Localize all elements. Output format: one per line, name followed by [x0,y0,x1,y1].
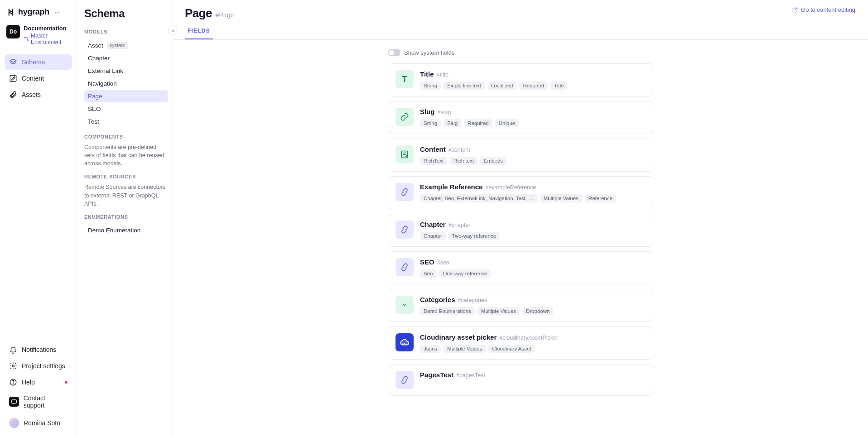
section-label-remote: Remote Sources [84,174,168,179]
model-item[interactable]: Assetsystem [84,39,168,52]
model-item[interactable]: Page [84,90,168,102]
models-list: AssetsystemChapterExternal LinkNavigatio… [84,39,168,128]
sidebar-item-help[interactable]: Help [5,375,72,390]
sidebar-item-project-settings[interactable]: Project settings [5,358,72,374]
sidebar-item-label: Contact support [24,394,68,409]
field-type-icon [395,333,414,351]
field-card[interactable]: PagesTest#pagesTest [388,364,653,396]
model-item[interactable]: Chapter [84,52,168,64]
section-desc-remote: Remote Sources are connectors to externa… [84,183,168,207]
user-profile[interactable]: Romina Soto [5,414,72,432]
logo-icon [6,8,15,17]
field-tag-row: SeoOne-way reference [420,269,646,278]
field-tag: Embeds [480,157,506,165]
field-card[interactable]: Example Reference#exampleReferenceChapte… [388,176,653,209]
field-tag: Title [550,82,567,90]
field-name: Cloudinary asset picker [420,333,497,341]
logo[interactable]: hygraph [5,7,72,25]
help-circle-icon [9,378,17,386]
enums-list: Demo Enumeration [84,224,168,236]
field-type-icon [395,296,414,314]
field-tag: Chapter, Seo, ExternalLink, Navigation, … [420,194,537,202]
sidebar-item-schema[interactable]: Schema [5,54,72,70]
field-type-icon [395,108,414,126]
model-item[interactable]: Test [84,115,168,128]
field-name: Title [420,70,434,78]
schema-panel: Schema « Models AssetsystemChapterExtern… [77,0,173,437]
sidebar-item-contact-support[interactable]: Contact support [5,391,72,413]
schema-panel-title: Schema [84,7,168,20]
field-api-id: #content [448,147,470,153]
field-name: SEO [420,258,434,266]
sidebar-item-content[interactable]: Content [5,71,72,86]
enum-item[interactable]: Demo Enumeration [84,224,168,236]
model-item[interactable]: Navigation [84,77,168,90]
field-type-icon: T [395,70,414,88]
section-label-models: Models [84,29,168,34]
external-link-icon [792,7,798,13]
model-name: SEO [88,106,101,112]
sidebar-item-label: Assets [22,91,41,98]
tab-fields[interactable]: FIELDS [185,28,213,39]
field-tag: Seo [420,269,436,278]
show-system-fields-toggle[interactable] [388,49,400,56]
field-name: Slug [420,108,435,115]
page-title: Page [185,6,212,20]
message-icon [9,397,19,407]
svg-point-8 [13,384,13,384]
chevron-left-icon: « [172,28,174,33]
workspace-name: Documentation [24,25,70,32]
user-name: Romina Soto [24,419,60,427]
section-desc-components: Components are pre-defined sets of field… [84,143,168,168]
field-card[interactable]: SEO#seoSeoOne-way reference [388,251,653,284]
collapse-panel-button[interactable]: « [168,25,178,35]
field-tag: String [420,82,441,90]
model-item[interactable]: External Link [84,65,168,77]
field-tag: Multiple Values [444,345,486,353]
model-name: Test [88,118,99,125]
field-tag: Chapter [420,232,446,240]
field-api-id: #title [437,72,448,78]
field-card[interactable]: Content#contentRichTextRich textEmbeds [388,139,653,172]
field-tag: Rich text [450,157,477,165]
model-item[interactable]: SEO [84,103,168,115]
field-card[interactable]: Slug#slugStringSlugRequiredUnique [388,101,653,134]
field-tag: Cloudinary Asset [488,345,535,353]
field-tag-row: JsonsMultiple ValuesCloudinary Asset [420,345,646,353]
field-name: PagesTest [420,371,453,379]
field-card[interactable]: Cloudinary asset picker#cloudinaryAssetP… [388,327,653,360]
more-icon[interactable] [54,9,60,15]
field-tag: RichText [420,157,447,165]
field-api-id: #exampleReference [485,184,536,191]
field-tag: Localized [487,82,517,90]
content-editing-link[interactable]: Go to content editing [792,6,855,13]
field-card[interactable]: Categories#categoriesDemo EnumerationsMu… [388,289,653,322]
field-api-id: #chapter [448,222,471,228]
sidebar-item-label: Schema [22,58,45,66]
model-name: Chapter [88,55,110,62]
field-tag: Unique [495,119,519,127]
content-editing-link-label: Go to content editing [801,6,855,13]
sidebar-item-notifications[interactable]: Notifications [5,342,72,357]
field-tag: One-way reference [439,269,491,278]
field-card[interactable]: TTitle#titleStringSingle line textLocali… [388,63,653,96]
field-tag: Dropdown [522,307,553,315]
workspace-selector[interactable]: Do Documentation Master Environment [5,25,72,54]
layers-icon [9,58,17,66]
field-tag-row: Chapter, Seo, ExternalLink, Navigation, … [420,194,646,202]
sidebar-item-assets[interactable]: Assets [5,87,72,102]
field-card[interactable]: Chapter#chapterChapterTwo-way reference [388,214,653,247]
sidebar-item-label: Help [22,379,35,386]
main-content: Page #Page Go to content editing FIELDS … [173,0,868,437]
page-api-id: #Page [216,11,234,19]
field-name: Example Reference [420,183,482,191]
field-type-icon [395,258,414,276]
tabs-row: FIELDS [173,20,868,40]
svg-point-0 [55,11,56,12]
field-tag: Demo Enumerations [420,307,475,315]
sidebar-item-label: Project settings [22,362,65,370]
bell-icon [9,346,17,354]
enum-name: Demo Enumeration [88,227,140,234]
sidebar-primary: hygraph Do Documentation Master Environm… [0,0,77,437]
svg-point-1 [57,11,58,12]
